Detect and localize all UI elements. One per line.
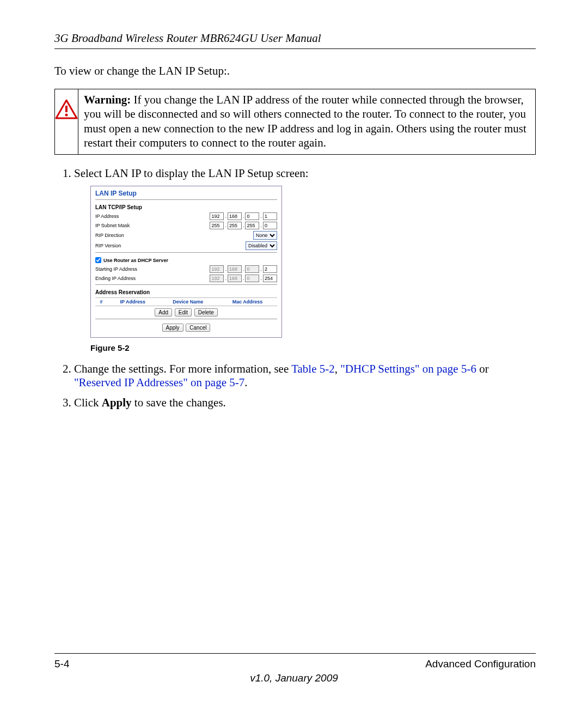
warning-body: If you change the LAN IP address of the … — [84, 93, 526, 149]
dhcp-server-label: Use Router as DHCP Server — [103, 258, 168, 263]
start-octet-1[interactable] — [210, 265, 224, 273]
mask-octet-1[interactable] — [210, 222, 224, 229]
footer-page-number: 5-4 — [54, 658, 69, 670]
end-ip-input: . . . — [210, 275, 277, 282]
link-reserved-ip[interactable]: "Reserved IP Addresses" on page 5-7 — [74, 376, 244, 389]
svg-rect-1 — [65, 106, 68, 112]
svg-point-2 — [65, 114, 68, 117]
res-col-num: # — [95, 298, 107, 306]
address-reservation-head: Address Reservation — [95, 289, 277, 295]
add-button[interactable]: Add — [155, 308, 172, 317]
step-1-text: Select LAN IP to display the LAN IP Setu… — [74, 167, 309, 180]
res-col-mac: Mac Address — [218, 298, 277, 306]
start-ip-input: . . . — [210, 265, 277, 273]
dhcp-server-checkbox[interactable] — [95, 257, 101, 263]
warning-box: Warning: If you change the LAN IP addres… — [54, 89, 536, 155]
mask-octet-3[interactable] — [245, 222, 259, 229]
step-2: Change the settings. For more informatio… — [74, 362, 536, 389]
panel-title: LAN IP Setup — [95, 190, 277, 197]
delete-button[interactable]: Delete — [194, 308, 218, 317]
end-octet-1[interactable] — [210, 275, 224, 282]
ip-octet-4[interactable] — [263, 212, 277, 220]
step-2-text: Change the settings. For more informatio… — [74, 362, 291, 375]
rip-direction-select[interactable]: None — [253, 231, 277, 240]
rip-version-label: RIP Version — [95, 243, 121, 248]
start-octet-4[interactable] — [263, 265, 277, 273]
apply-bold: Apply — [102, 396, 132, 409]
page-header: 3G Broadband Wireless Router MBR624GU Us… — [54, 32, 536, 45]
step-3: Click Apply to save the changes. — [74, 396, 536, 410]
start-ip-label: Starting IP Address — [95, 266, 137, 272]
link-dhcp-settings[interactable]: "DHCP Settings" on page 5-6 — [340, 362, 476, 375]
rip-direction-label: RIP Direction — [95, 233, 124, 238]
ip-address-label: IP Address — [95, 214, 119, 219]
end-ip-label: Ending IP Address — [95, 276, 136, 281]
end-octet-3[interactable] — [245, 275, 259, 282]
figure-wrap: LAN IP Setup LAN TCP/IP Setup IP Address… — [90, 186, 536, 338]
warning-icon — [55, 99, 78, 120]
header-rule — [54, 48, 536, 49]
lan-ip-panel: LAN IP Setup LAN TCP/IP Setup IP Address… — [90, 186, 282, 338]
res-col-ip: IP Address — [107, 298, 158, 306]
subnet-mask-label: IP Subnet Mask — [95, 223, 130, 228]
warning-text: Warning: If you change the LAN IP addres… — [78, 89, 535, 154]
tcpip-head: LAN TCP/IP Setup — [95, 204, 277, 210]
cancel-button[interactable]: Cancel — [186, 324, 210, 332]
start-octet-2[interactable] — [228, 265, 242, 273]
res-col-device: Device Name — [158, 298, 218, 306]
sep-3 — [95, 284, 277, 285]
steps-list: Select LAN IP to display the LAN IP Setu… — [54, 167, 536, 410]
ip-octet-2[interactable] — [228, 212, 242, 220]
step-1: Select LAN IP to display the LAN IP Setu… — [74, 167, 536, 352]
ip-octet-1[interactable] — [210, 212, 224, 220]
sep-1 — [95, 199, 277, 200]
warning-icon-cell — [55, 89, 78, 154]
mask-octet-2[interactable] — [228, 222, 242, 229]
sep-2 — [95, 252, 277, 253]
address-reservation-table: # IP Address Device Name Mac Address — [95, 297, 277, 306]
ip-address-input: . . . — [210, 212, 277, 220]
subnet-mask-input: . . . — [210, 222, 277, 229]
footer-section: Advanced Configuration — [425, 658, 536, 670]
mask-octet-4[interactable] — [263, 222, 277, 229]
end-octet-2[interactable] — [228, 275, 242, 282]
start-octet-3[interactable] — [245, 265, 259, 273]
footer-version: v1.0, January 2009 — [0, 672, 588, 684]
end-octet-4[interactable] — [263, 275, 277, 282]
warning-label: Warning: — [84, 93, 131, 106]
apply-button[interactable]: Apply — [162, 324, 183, 332]
figure-caption: Figure 5-2 — [90, 343, 536, 352]
ip-octet-3[interactable] — [245, 212, 259, 220]
edit-button[interactable]: Edit — [175, 308, 192, 317]
footer-rule — [54, 653, 536, 654]
sep-4 — [95, 319, 277, 319]
rip-version-select[interactable]: Disabled — [246, 241, 277, 250]
intro-text: To view or change the LAN IP Setup:. — [54, 64, 536, 78]
link-table-5-2[interactable]: Table 5-2 — [291, 362, 335, 375]
